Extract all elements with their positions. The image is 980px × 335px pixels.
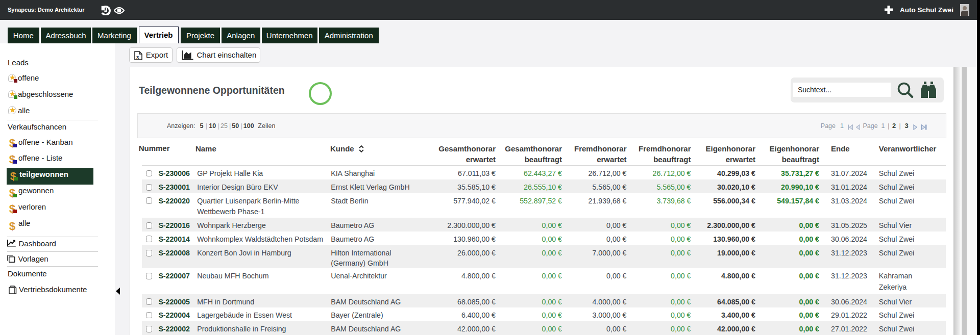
svg-text:x: x xyxy=(136,53,139,59)
